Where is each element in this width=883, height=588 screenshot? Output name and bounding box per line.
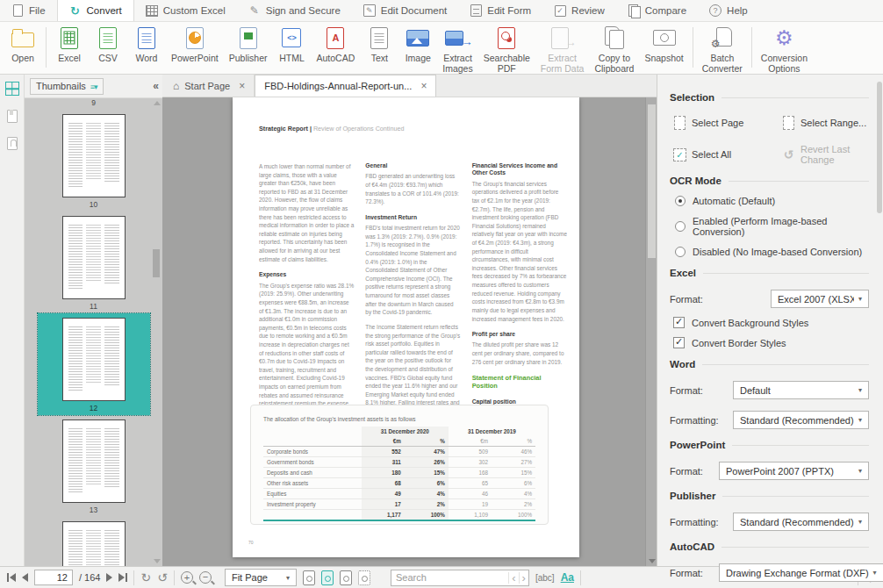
chevron-down-icon: ▾ <box>869 569 877 577</box>
zoom-out-button[interactable] <box>199 571 212 584</box>
search-input[interactable] <box>391 572 508 583</box>
page-number-input[interactable] <box>34 570 73 585</box>
toolbar-html[interactable]: HTML <box>272 25 311 63</box>
zoom-fit-dropdown[interactable]: Fit Page ▾ <box>225 569 297 586</box>
document-wrap: Start PageFBD-Holdings-Annual-Report-un.… <box>162 75 657 566</box>
menu-tab-edit-document[interactable]: Edit Document <box>352 0 458 21</box>
view-marked-pages-icon[interactable] <box>358 570 370 585</box>
thumbnails-panel-icon[interactable] <box>5 82 19 96</box>
heading: Expenses <box>259 271 354 278</box>
scroll-down-icon[interactable] <box>649 559 656 563</box>
toolbar-snapshot[interactable]: Snapshot <box>639 25 688 63</box>
scroll-down-icon[interactable] <box>154 559 161 563</box>
toolbar-open[interactable]: Open <box>4 25 42 63</box>
view-single-page-icon[interactable] <box>303 570 315 585</box>
toolbar-batch-converter[interactable]: Batch Converter <box>697 25 748 74</box>
prev-page-button[interactable] <box>22 573 28 582</box>
toolbar-powerpoint[interactable]: PowerPoint <box>166 25 224 63</box>
toolbar-text[interactable]: Text <box>360 25 398 63</box>
section-powerpoint-format-dropdown[interactable]: PowerPoint 2007 (PPTX)▾ <box>719 462 869 480</box>
match-whole-word-icon[interactable]: [abc] <box>535 573 555 583</box>
menu-tab-label: Compare <box>645 5 686 16</box>
next-page-button[interactable] <box>106 573 112 582</box>
last-page-button[interactable] <box>118 573 127 582</box>
thumbnail-scrollbar[interactable] <box>152 98 162 566</box>
thumbnail-page-14[interactable]: 14 <box>38 517 150 566</box>
toolbar-word[interactable]: Word <box>127 25 166 63</box>
convert-background-styles-checkbox[interactable]: Convert Background Styles <box>670 317 869 328</box>
menu-tab-edit-form[interactable]: Edit Form <box>458 0 542 21</box>
collapse-panel-icon[interactable] <box>153 80 159 92</box>
table-cell: 49 <box>362 489 405 499</box>
thumbnail-page-12[interactable]: 12 <box>38 313 150 415</box>
menu-tab-sign-and-secure[interactable]: Sign and Secure <box>237 0 352 21</box>
menu-tab-review[interactable]: Review <box>542 0 616 21</box>
rotate-counterclockwise-button[interactable] <box>157 571 168 584</box>
match-case-icon[interactable]: Aa <box>561 571 574 584</box>
button-label: Select Range... <box>800 118 866 128</box>
search-prev-icon[interactable] <box>508 572 518 584</box>
rotate-clockwise-button[interactable] <box>140 571 151 584</box>
chevron-down-icon: ▾ <box>854 467 862 475</box>
doc-tab-label: Start Page <box>184 81 230 91</box>
checkbox-label: Convert Border Styles <box>692 338 786 348</box>
table-row: Corporate bonds55247%50946% <box>263 447 535 457</box>
thumbnail-page-9[interactable]: 9 <box>38 98 150 110</box>
main-area: Thumbnails 91011121314 Start PageFBD-Hol… <box>0 75 883 566</box>
view-facing-pages-icon[interactable] <box>340 570 352 585</box>
convert-border-styles-checkbox[interactable]: Convert Border Styles <box>670 337 869 348</box>
scrollbar-thumb[interactable] <box>648 104 656 258</box>
close-icon[interactable] <box>420 80 427 92</box>
menu-tab-custom-excel[interactable]: Custom Excel <box>134 0 237 21</box>
doc-tab-start-page[interactable]: Start Page <box>164 75 255 97</box>
menu-tab-compare[interactable]: Compare <box>616 0 698 21</box>
thumbnails-dropdown[interactable]: Thumbnails <box>30 78 104 95</box>
table-row: Deposits and cash18015%16815% <box>263 468 535 478</box>
bookmarks-panel-icon[interactable] <box>7 110 18 123</box>
toolbar-extract-images[interactable]: Extract Images <box>437 25 477 74</box>
ocr-option-automatic[interactable]: Automatic (Default) <box>670 196 869 206</box>
close-icon[interactable] <box>239 80 245 92</box>
ocr-option-enabled[interactable]: Enabled (Perform Image-based Conversion) <box>670 216 869 237</box>
table-row: Equities494%464% <box>263 489 535 499</box>
section-powerpoint: PowerPointFormat:PowerPoint 2007 (PPTX)▾ <box>670 440 869 480</box>
scroll-up-icon[interactable] <box>154 101 161 105</box>
chevron-down-icon: ▾ <box>282 574 290 582</box>
page-header-bold: Strategic Report | <box>259 125 312 133</box>
thumbnail-page-10[interactable]: 10 <box>38 110 150 212</box>
section-autocad-format-dropdown[interactable]: Drawing Exchange Format (DXF)▾ <box>719 563 883 582</box>
menu-tab-convert[interactable]: Convert <box>57 0 134 21</box>
thumbnail-page-11[interactable]: 11 <box>38 212 150 313</box>
attachments-panel-icon[interactable] <box>7 137 18 150</box>
toolbar-conversion-options[interactable]: Conversion Options <box>756 25 813 74</box>
toolbar-csv[interactable]: CSV <box>89 25 127 63</box>
thumbnail-text-column <box>104 123 119 183</box>
view-continuous-icon[interactable] <box>321 570 334 585</box>
doc-tab-fbd-holdings-annual-report-u[interactable]: FBD-Holdings-Annual-Report-un... <box>255 75 436 97</box>
document-scrollbar[interactable] <box>645 97 657 566</box>
section-word-format-dropdown[interactable]: Default▾ <box>733 381 869 399</box>
menu-tab-help[interactable]: Help <box>698 0 759 21</box>
select-all-button[interactable]: Select All <box>673 144 777 165</box>
toolbar-excel[interactable]: Excel <box>50 25 89 63</box>
section-publisher-formatting-dropdown[interactable]: Standard (Recommended)▾ <box>733 513 869 531</box>
excel-format-dropdown[interactable]: Excel 2007 (XLSX)▾ <box>771 290 869 308</box>
scrollbar-thumb[interactable] <box>153 249 160 277</box>
pdf-page[interactable]: Strategic Report | Review of Operations … <box>233 97 579 557</box>
toolbar-copy-to-clipboard[interactable]: Copy to Clipboard <box>589 25 639 74</box>
toolbar-publisher[interactable]: Publisher <box>224 25 273 63</box>
toolbar-searchable-pdf[interactable]: Searchable PDF <box>478 25 535 74</box>
toolbar-autocad[interactable]: AutoCAD <box>311 25 360 63</box>
select-page-button[interactable]: Select Page <box>673 116 777 130</box>
ocr-option-disabled[interactable]: Disabled (No Image-based Conversion) <box>670 247 869 257</box>
table-cell: 2% <box>405 499 449 510</box>
toolbar-image[interactable]: Image <box>398 25 437 63</box>
menu-tab-file[interactable]: File <box>0 0 57 21</box>
zoom-in-button[interactable] <box>181 571 193 584</box>
section-word-formatting-dropdown[interactable]: Standard (Recommended)▾ <box>733 411 869 429</box>
options-panel-scrollbar[interactable] <box>877 82 882 213</box>
select-range-button[interactable]: Select Range... <box>782 116 869 130</box>
first-page-button[interactable] <box>7 573 16 582</box>
thumbnail-page-13[interactable]: 13 <box>38 415 150 517</box>
search-next-icon[interactable] <box>519 572 528 584</box>
